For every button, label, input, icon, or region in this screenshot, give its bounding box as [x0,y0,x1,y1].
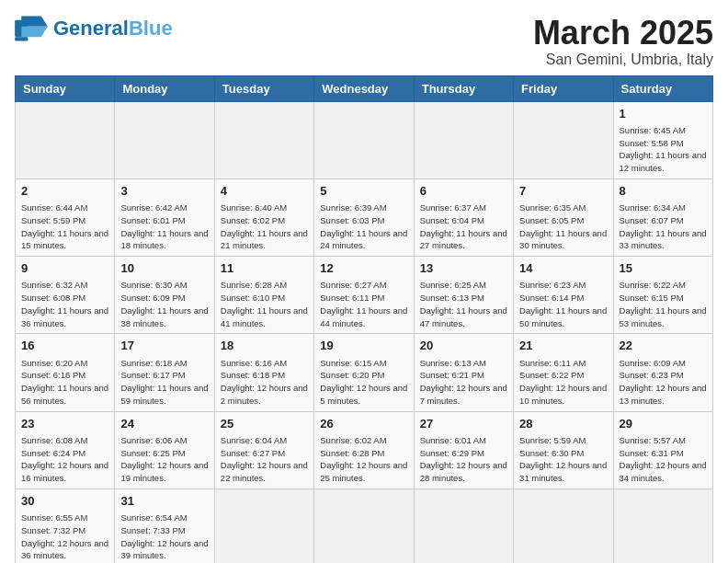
day-number: 3 [120,183,208,200]
calendar-cell: 18Sunrise: 6:16 AM Sunset: 6:18 PM Dayli… [214,334,313,411]
calendar-cell: 9Sunrise: 6:32 AM Sunset: 6:08 PM Daylig… [16,257,115,334]
svg-rect-3 [15,37,28,40]
day-info: Sunrise: 6:16 AM Sunset: 6:18 PM Dayligh… [221,357,308,408]
day-number: 21 [519,338,607,354]
weekday-header-saturday: Saturday [613,75,712,101]
svg-marker-2 [21,27,48,37]
weekday-header-tuesday: Tuesday [214,75,313,101]
calendar-cell: 6Sunrise: 6:37 AM Sunset: 6:04 PM Daylig… [414,178,513,256]
calendar-cell: 12Sunrise: 6:27 AM Sunset: 6:11 PM Dayli… [314,257,414,334]
day-info: Sunrise: 6:30 AM Sunset: 6:09 PM Dayligh… [120,279,208,329]
day-info: Sunrise: 6:08 AM Sunset: 6:24 PM Dayligh… [21,434,108,485]
day-info: Sunrise: 6:20 AM Sunset: 6:16 PM Dayligh… [21,357,108,408]
calendar-cell [514,488,613,563]
day-number: 30 [21,493,108,510]
calendar-cell: 4Sunrise: 6:40 AM Sunset: 6:02 PM Daylig… [214,178,313,256]
weekday-header-row: SundayMondayTuesdayWednesdayThursdayFrid… [16,75,713,101]
day-number: 14 [519,260,607,277]
title-block: March 2025 San Gemini, Umbria, Italy [533,15,713,68]
day-number: 31 [120,493,208,510]
day-info: Sunrise: 6:18 AM Sunset: 6:17 PM Dayligh… [120,357,208,408]
day-number: 11 [221,260,308,277]
calendar-cell: 10Sunrise: 6:30 AM Sunset: 6:09 PM Dayli… [115,257,214,334]
calendar-cell: 26Sunrise: 6:02 AM Sunset: 6:28 PM Dayli… [314,411,414,488]
calendar-cell: 24Sunrise: 6:06 AM Sunset: 6:25 PM Dayli… [115,411,214,488]
day-info: Sunrise: 6:37 AM Sunset: 6:04 PM Dayligh… [420,201,507,252]
calendar-cell [613,488,712,563]
logo-icon [15,15,48,42]
calendar-cell: 31Sunrise: 6:54 AM Sunset: 7:33 PM Dayli… [115,488,214,563]
day-number: 2 [21,183,108,200]
calendar-cell: 7Sunrise: 6:35 AM Sunset: 6:05 PM Daylig… [514,178,613,256]
calendar-week-row: 1Sunrise: 6:45 AM Sunset: 5:58 PM Daylig… [16,101,713,178]
calendar-cell: 2Sunrise: 6:44 AM Sunset: 5:59 PM Daylig… [16,178,115,256]
calendar-cell: 29Sunrise: 5:57 AM Sunset: 6:31 PM Dayli… [613,411,712,488]
day-number: 18 [221,338,308,354]
calendar-cell: 22Sunrise: 6:09 AM Sunset: 6:23 PM Dayli… [613,334,712,411]
day-info: Sunrise: 6:15 AM Sunset: 6:20 PM Dayligh… [320,357,407,408]
calendar-cell: 23Sunrise: 6:08 AM Sunset: 6:24 PM Dayli… [16,411,115,488]
day-info: Sunrise: 6:35 AM Sunset: 6:05 PM Dayligh… [519,201,607,252]
day-info: Sunrise: 6:54 AM Sunset: 7:33 PM Dayligh… [120,511,208,562]
month-title: March 2025 [533,15,713,52]
calendar-week-row: 30Sunrise: 6:55 AM Sunset: 7:32 PM Dayli… [16,488,713,563]
calendar-week-row: 2Sunrise: 6:44 AM Sunset: 5:59 PM Daylig… [16,178,713,256]
header: GeneralBlue March 2025 San Gemini, Umbri… [15,15,713,68]
day-number: 7 [519,183,607,200]
day-number: 9 [21,260,108,277]
calendar-week-row: 9Sunrise: 6:32 AM Sunset: 6:08 PM Daylig… [16,257,713,334]
calendar-cell [16,101,115,178]
calendar-cell: 27Sunrise: 6:01 AM Sunset: 6:29 PM Dayli… [414,411,513,488]
day-number: 22 [620,338,707,354]
day-number: 16 [21,338,108,354]
day-info: Sunrise: 6:23 AM Sunset: 6:14 PM Dayligh… [519,279,607,329]
calendar-cell: 5Sunrise: 6:39 AM Sunset: 6:03 PM Daylig… [314,178,414,256]
calendar-cell [214,101,313,178]
calendar-cell: 28Sunrise: 5:59 AM Sunset: 6:30 PM Dayli… [514,411,613,488]
day-number: 13 [420,260,507,277]
day-number: 19 [320,338,407,354]
calendar-week-row: 16Sunrise: 6:20 AM Sunset: 6:16 PM Dayli… [16,334,713,411]
day-info: Sunrise: 6:27 AM Sunset: 6:11 PM Dayligh… [320,279,407,329]
day-info: Sunrise: 6:32 AM Sunset: 6:08 PM Dayligh… [21,279,108,329]
day-number: 1 [620,106,707,122]
day-info: Sunrise: 6:40 AM Sunset: 6:02 PM Dayligh… [221,201,308,252]
day-number: 27 [420,416,507,432]
day-number: 6 [420,183,507,200]
day-number: 15 [620,260,707,277]
location-title: San Gemini, Umbria, Italy [533,52,713,68]
day-info: Sunrise: 6:45 AM Sunset: 5:58 PM Dayligh… [620,124,707,175]
svg-marker-1 [21,16,48,26]
weekday-header-friday: Friday [514,75,613,101]
day-info: Sunrise: 6:11 AM Sunset: 6:22 PM Dayligh… [519,357,607,408]
calendar-cell [214,488,313,563]
weekday-header-sunday: Sunday [16,75,115,101]
calendar-cell: 25Sunrise: 6:04 AM Sunset: 6:27 PM Dayli… [214,411,313,488]
day-info: Sunrise: 6:01 AM Sunset: 6:29 PM Dayligh… [420,434,507,485]
calendar-cell [314,101,414,178]
day-info: Sunrise: 6:34 AM Sunset: 6:07 PM Dayligh… [620,201,707,252]
day-number: 20 [420,338,507,354]
day-info: Sunrise: 6:44 AM Sunset: 5:59 PM Dayligh… [21,201,108,252]
day-number: 4 [221,183,308,200]
calendar-cell: 13Sunrise: 6:25 AM Sunset: 6:13 PM Dayli… [414,257,513,334]
calendar-cell: 19Sunrise: 6:15 AM Sunset: 6:20 PM Dayli… [314,334,414,411]
day-info: Sunrise: 6:39 AM Sunset: 6:03 PM Dayligh… [320,201,407,252]
calendar-cell: 17Sunrise: 6:18 AM Sunset: 6:17 PM Dayli… [115,334,214,411]
calendar-cell: 21Sunrise: 6:11 AM Sunset: 6:22 PM Dayli… [514,334,613,411]
day-number: 28 [519,416,607,432]
calendar-cell: 30Sunrise: 6:55 AM Sunset: 7:32 PM Dayli… [16,488,115,563]
calendar-cell [414,101,513,178]
day-info: Sunrise: 6:13 AM Sunset: 6:21 PM Dayligh… [420,357,507,408]
day-info: Sunrise: 5:57 AM Sunset: 6:31 PM Dayligh… [620,434,707,485]
day-info: Sunrise: 6:55 AM Sunset: 7:32 PM Dayligh… [21,511,108,562]
logo: GeneralBlue [15,15,173,42]
day-number: 24 [120,416,208,432]
weekday-header-monday: Monday [115,75,214,101]
calendar-cell [115,101,214,178]
day-info: Sunrise: 6:25 AM Sunset: 6:13 PM Dayligh… [420,279,507,329]
day-info: Sunrise: 6:09 AM Sunset: 6:23 PM Dayligh… [620,357,707,408]
calendar-cell: 20Sunrise: 6:13 AM Sunset: 6:21 PM Dayli… [414,334,513,411]
day-number: 17 [120,338,208,354]
day-info: Sunrise: 5:59 AM Sunset: 6:30 PM Dayligh… [519,434,607,485]
